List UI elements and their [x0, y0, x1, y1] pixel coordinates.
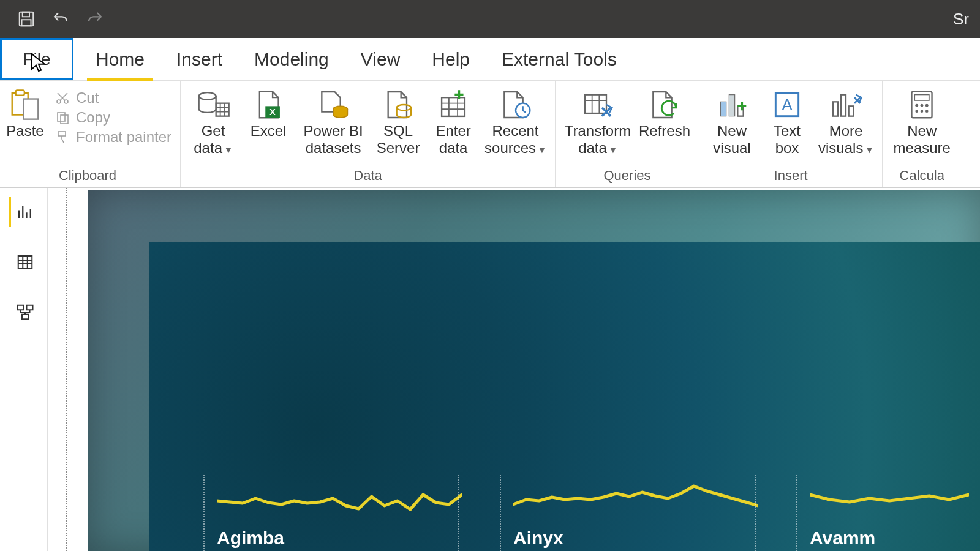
transform-data-icon [581, 89, 615, 121]
svg-rect-27 [849, 106, 854, 116]
work-area: AgimbaAinyxAvamm [0, 188, 980, 551]
powerbi-datasets-button[interactable]: Power BI datasets [300, 84, 367, 157]
vertical-ruler [66, 188, 67, 551]
title-right-text: Sr [953, 10, 969, 29]
svg-point-31 [921, 104, 924, 107]
calculator-icon [907, 89, 937, 121]
sparkline-label: Agimba [217, 528, 284, 549]
copy-button[interactable]: Copy [54, 109, 172, 126]
svg-rect-17 [442, 97, 465, 116]
view-navbar [0, 188, 48, 551]
svg-point-33 [916, 110, 919, 113]
sparkline-ainyx[interactable]: Ainyx [513, 475, 758, 527]
separator [500, 475, 501, 551]
recent-sources-button[interactable]: Recent sources▼ [484, 84, 546, 159]
tab-view[interactable]: View [345, 38, 416, 80]
format-painter-button[interactable]: Format painter [54, 129, 172, 146]
copy-icon [55, 110, 70, 125]
new-measure-button[interactable]: New measure [891, 84, 952, 157]
separator [796, 475, 797, 551]
svg-rect-1 [23, 12, 29, 17]
svg-rect-26 [841, 95, 846, 116]
text-box-icon: A [770, 89, 804, 121]
database-icon [196, 89, 230, 121]
recent-sources-icon [499, 89, 533, 121]
svg-rect-4 [16, 90, 24, 95]
excel-button[interactable]: X Excel [244, 84, 292, 140]
page-background: AgimbaAinyxAvamm [88, 190, 980, 551]
ribbon-tabs: File Home Insert Modeling View Help Exte… [0, 38, 980, 81]
svg-rect-19 [585, 95, 606, 113]
svg-rect-25 [833, 102, 838, 116]
group-insert: New visual A Text box More visuals▼ Inse… [699, 81, 883, 187]
model-view-icon [16, 303, 34, 321]
data-view-button[interactable] [9, 247, 39, 277]
tab-home[interactable]: Home [80, 38, 160, 80]
separator [755, 475, 756, 551]
refresh-button[interactable]: Refresh [639, 84, 690, 140]
cut-button[interactable]: Cut [54, 89, 172, 107]
svg-rect-36 [18, 256, 32, 268]
report-view-icon [16, 203, 34, 221]
more-visuals-icon [829, 89, 863, 121]
visual-container[interactable]: AgimbaAinyxAvamm [149, 242, 980, 551]
text-box-button[interactable]: A Text box [763, 84, 811, 157]
cursor-icon [30, 52, 47, 73]
data-view-icon [16, 253, 34, 271]
undo-button[interactable] [45, 4, 76, 34]
svg-point-11 [199, 92, 216, 100]
paste-button[interactable]: Paste [4, 84, 47, 140]
save-button[interactable] [11, 4, 42, 34]
svg-rect-21 [729, 95, 734, 116]
tab-external-tools[interactable]: External Tools [486, 38, 633, 80]
cut-icon [55, 91, 70, 105]
paste-icon [7, 89, 43, 121]
group-calculations: New measure Calcula [883, 81, 961, 187]
svg-point-32 [925, 104, 929, 107]
svg-rect-12 [216, 103, 229, 116]
undo-icon [51, 10, 70, 28]
tab-insert[interactable]: Insert [160, 38, 238, 80]
redo-button[interactable] [80, 4, 110, 34]
separator [458, 475, 459, 551]
svg-rect-8 [58, 113, 65, 121]
sparkline-label: Ainyx [513, 528, 564, 549]
tab-modeling[interactable]: Modeling [238, 38, 345, 80]
svg-rect-38 [26, 305, 32, 310]
sql-server-icon [381, 89, 415, 121]
svg-rect-10 [58, 132, 66, 136]
sparkline-label: Avamm [810, 528, 875, 549]
model-view-button[interactable] [9, 297, 39, 328]
new-visual-button[interactable]: New visual [708, 84, 756, 157]
report-view-button[interactable] [9, 197, 39, 227]
powerbi-datasets-icon [316, 89, 350, 121]
redo-icon [86, 10, 104, 28]
file-tab[interactable]: File [0, 38, 74, 80]
svg-rect-9 [61, 115, 68, 124]
report-canvas-area[interactable]: AgimbaAinyxAvamm [48, 188, 980, 551]
enter-data-button[interactable]: Enter data [429, 84, 477, 157]
refresh-icon [647, 89, 682, 121]
separator [203, 475, 205, 551]
titlebar: Sr [0, 0, 980, 38]
new-visual-icon [715, 89, 749, 121]
sparkline-avamm[interactable]: Avamm [810, 475, 969, 527]
enter-data-icon [437, 89, 469, 121]
save-icon [17, 10, 36, 28]
transform-data-button[interactable]: Transform data▼ [564, 84, 631, 159]
svg-text:A: A [782, 96, 793, 113]
svg-point-35 [925, 110, 929, 113]
group-clipboard: Paste Cut Copy Format painter Clipboard [0, 81, 181, 187]
sparkline-row: AgimbaAinyxAvamm [217, 475, 980, 527]
tab-help[interactable]: Help [416, 38, 486, 80]
svg-rect-39 [22, 315, 28, 320]
ribbon: Paste Cut Copy Format painter Clipboard [0, 81, 980, 188]
more-visuals-button[interactable]: More visuals▼ [818, 84, 873, 159]
sparkline-agimba[interactable]: Agimba [217, 475, 462, 527]
sql-server-button[interactable]: SQL Server [374, 84, 422, 157]
svg-rect-37 [17, 305, 23, 310]
svg-rect-29 [914, 94, 929, 100]
group-queries: Transform data▼ Refresh Queries [556, 81, 699, 187]
get-data-button[interactable]: Get data▼ [189, 84, 237, 159]
svg-point-30 [916, 104, 919, 107]
